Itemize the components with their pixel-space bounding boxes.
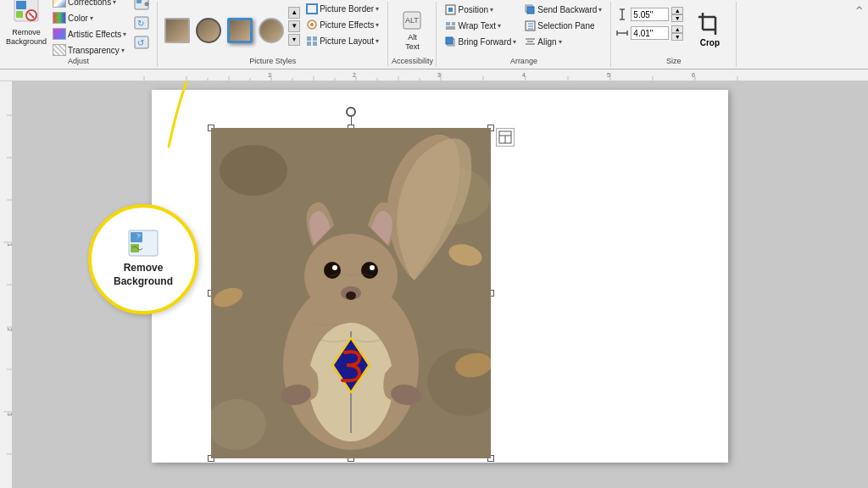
- width-input[interactable]: [631, 26, 669, 40]
- selection-pane-button[interactable]: Selection Pane: [521, 19, 605, 33]
- svg-text:↻: ↻: [137, 19, 144, 28]
- wrap-text-icon: [445, 20, 456, 31]
- pic-style-1[interactable]: [163, 16, 192, 45]
- reset-picture-button[interactable]: ↺: [131, 33, 152, 52]
- bring-forward-label: Bring Forward: [458, 37, 511, 47]
- arrange-col-1: Position ▾ Wrap Text ▾ Bring Forward ▾: [442, 3, 520, 58]
- picture-styles-group: ▲ ▼ ▾ Picture Border ▾ Picture Effects ▾: [158, 2, 388, 67]
- alt-text-icon: ALT: [402, 10, 422, 33]
- transparency-button[interactable]: Transparency ▾: [49, 42, 130, 58]
- wrap-text-button[interactable]: Wrap Text ▾: [442, 19, 520, 33]
- svg-text:↺: ↺: [137, 38, 144, 47]
- transparency-label: Transparency: [68, 46, 120, 55]
- artistic-effects-button[interactable]: Artistic Effects ▾: [49, 26, 130, 42]
- accessibility-content: ALT Alt Text: [393, 6, 431, 62]
- svg-text:ALT: ALT: [405, 16, 419, 25]
- svg-point-111: [361, 262, 378, 279]
- style-more[interactable]: ▾: [288, 34, 300, 46]
- remove-background-button[interactable]: Remove Background: [5, 0, 47, 49]
- picture-effects-button[interactable]: Picture Effects ▾: [303, 18, 382, 32]
- style-scroll-down[interactable]: ▼: [288, 20, 300, 32]
- width-spinners: ▲ ▼: [671, 25, 683, 41]
- change-picture-button[interactable]: ↻: [131, 14, 152, 32]
- image-container[interactable]: RemoveBackground: [211, 128, 491, 458]
- width-down[interactable]: ▼: [671, 33, 683, 41]
- color-label: Color: [68, 14, 88, 23]
- pic-style-3-preview: [227, 18, 253, 43]
- canvas-area: RemoveBackground: [12, 81, 868, 488]
- layout-options-button[interactable]: [496, 128, 515, 147]
- crop-button[interactable]: Crop: [688, 7, 731, 60]
- pic-style-2[interactable]: [194, 16, 223, 45]
- picture-border-button[interactable]: Picture Border ▾: [303, 2, 382, 16]
- selection-pane-icon: [525, 20, 536, 31]
- ruler-v-svg: 1 2 3: [0, 81, 12, 488]
- corrections-button[interactable]: Corrections ▾: [49, 0, 130, 9]
- position-icon: [445, 4, 456, 15]
- document-page: RemoveBackground: [152, 90, 728, 463]
- pic-style-4[interactable]: [257, 16, 286, 45]
- artistic-label: Artistic Effects: [68, 30, 121, 39]
- accessibility-group-label: Accessibility: [388, 57, 436, 65]
- vertical-ruler: 1 2 3: [0, 81, 12, 488]
- align-button[interactable]: Align ▾: [521, 35, 605, 49]
- position-label: Position: [458, 5, 488, 14]
- main-area: 1 2 3: [0, 81, 868, 488]
- svg-rect-18: [313, 42, 317, 46]
- height-spinners: ▲ ▼: [671, 7, 683, 22]
- size-content: ▲ ▼ ▲ ▼: [616, 7, 688, 51]
- position-button[interactable]: Position ▾: [442, 3, 520, 17]
- svg-text:4: 4: [522, 72, 526, 78]
- crop-icon: [697, 11, 722, 36]
- ruler-h-svg: 1 2 3 4 5 6: [0, 69, 868, 81]
- transparency-chevron: ▾: [121, 47, 125, 54]
- picture-border-label: Picture Border: [320, 4, 374, 14]
- arrange-col-2: Send Backward ▾ Selection Pane Align ▾: [521, 3, 605, 58]
- svg-text:2: 2: [353, 72, 356, 78]
- height-down[interactable]: ▼: [671, 14, 683, 22]
- pic-style-1-preview: [164, 18, 190, 43]
- svg-point-98: [220, 145, 287, 196]
- align-icon: [525, 36, 536, 47]
- change-pic-icon: ↻: [134, 16, 149, 30]
- height-row: ▲ ▼: [616, 7, 683, 22]
- width-up[interactable]: ▲: [671, 25, 683, 33]
- height-up[interactable]: ▲: [671, 7, 683, 14]
- svg-rect-23: [446, 22, 450, 25]
- svg-rect-22: [448, 8, 453, 12]
- arrange-group-label: Arrange: [437, 57, 610, 65]
- send-backward-button[interactable]: Send Backward ▾: [521, 3, 605, 17]
- svg-point-14: [310, 23, 314, 26]
- picture-layout-button[interactable]: Picture Layout ▾: [303, 34, 382, 48]
- bring-forward-button[interactable]: Bring Forward ▾: [442, 35, 520, 49]
- wrap-text-chevron: ▾: [498, 22, 501, 30]
- style-scroll-up[interactable]: ▲: [288, 7, 300, 19]
- wrap-text-label: Wrap Text: [458, 21, 496, 30]
- ribbon-expand-button[interactable]: ⌃: [854, 3, 865, 19]
- pic-styles-group-label: Picture Styles: [158, 57, 387, 65]
- picture-layout-icon: [306, 36, 318, 47]
- size-group-label: Size: [611, 57, 736, 65]
- rotate-handle[interactable]: [346, 107, 356, 117]
- remove-bg-icon: [14, 0, 39, 26]
- align-label: Align: [537, 37, 556, 47]
- svg-point-109: [346, 291, 356, 300]
- svg-rect-31: [527, 7, 534, 14]
- height-input[interactable]: [631, 8, 669, 21]
- callout-circle: RemoveBackground: [88, 204, 198, 314]
- corrections-icon: [53, 0, 66, 8]
- svg-rect-12: [307, 4, 317, 14]
- alt-text-button[interactable]: ALT Alt Text: [393, 6, 431, 53]
- color-button[interactable]: Color ▾: [49, 10, 130, 25]
- callout-icon: [128, 230, 159, 258]
- horizontal-ruler: 1 2 3 4 5 6: [0, 69, 868, 81]
- picture-effects-chevron: ▾: [376, 21, 379, 29]
- pic-style-3[interactable]: [225, 16, 254, 45]
- picture-effects-label: Picture Effects: [320, 20, 374, 30]
- svg-point-113: [370, 265, 375, 270]
- send-backward-label: Send Backward: [537, 5, 597, 14]
- compress-pictures-button[interactable]: ⊕: [131, 0, 152, 13]
- svg-rect-29: [446, 37, 453, 44]
- artistic-chevron: ▾: [123, 30, 126, 38]
- svg-rect-91: [131, 232, 142, 242]
